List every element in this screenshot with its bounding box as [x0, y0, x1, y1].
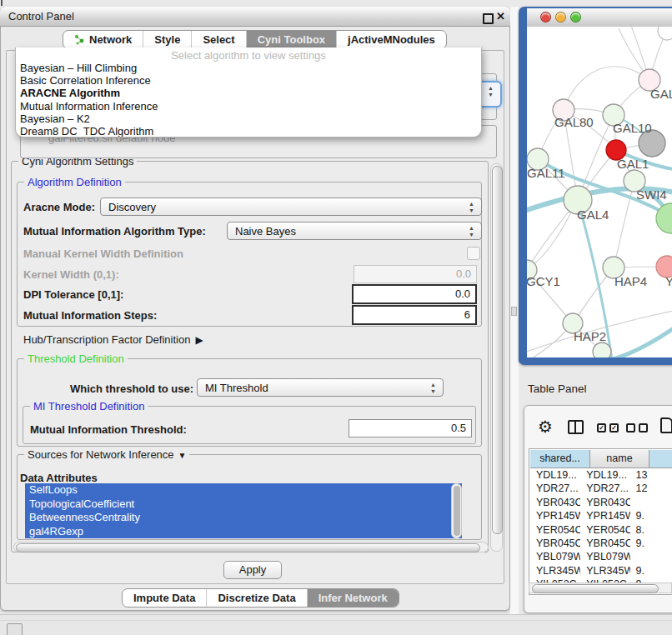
mi-type-label: Mutual Information Algorithm Type:: [23, 225, 206, 238]
network-edge[interactable]: [564, 67, 649, 110]
table-cell: 9.: [630, 509, 672, 522]
tab-discretize-data-label: Discretize Data: [218, 592, 295, 604]
scrollbar-thumb[interactable]: [492, 166, 503, 534]
checkbox-checked-icon: [609, 423, 619, 432]
tab-select[interactable]: Select: [191, 31, 245, 48]
algorithm-option[interactable]: Mutual Information Inference: [16, 100, 481, 112]
network-node[interactable]: [593, 342, 611, 358]
tab-style[interactable]: Style: [143, 31, 191, 48]
table-row[interactable]: YBL079WYBL079W: [530, 550, 672, 563]
tab-impute-data[interactable]: Impute Data: [123, 589, 206, 607]
algorithm-options: Bayesian – Hill ClimbingBasic Correlatio…: [16, 62, 481, 138]
mi-steps-label: Mutual Information Steps:: [23, 309, 157, 322]
list-vertical-scrollbar[interactable]: [451, 483, 462, 538]
table-row[interactable]: YPR145WYPR145W9.: [530, 509, 672, 522]
sources-title-label: Sources for Network Inference: [28, 448, 174, 461]
unchecked-pair-icon[interactable]: [626, 423, 648, 432]
kernel-width-label: Kernel Width (0,1):: [23, 268, 119, 281]
network-node-label: GAL80: [554, 115, 594, 129]
dpi-tolerance-field[interactable]: 0.0: [352, 284, 477, 304]
data-attribute-item[interactable]: TopologicalCoefficient: [25, 498, 462, 512]
algorithm-option[interactable]: Basic Correlation Inference: [16, 74, 481, 87]
collapse-down-icon: [174, 448, 187, 461]
float-icon[interactable]: [483, 13, 494, 24]
table-cell: 8.: [630, 523, 672, 537]
tab-cyni-toolbox[interactable]: Cyni Toolbox: [246, 31, 336, 48]
control-panel-title: Control Panel: [8, 10, 74, 22]
gear-icon[interactable]: [538, 417, 553, 437]
stepper-icon: [429, 382, 437, 395]
bottom-strip: [0, 614, 672, 635]
tab-jactivemnodules[interactable]: jActiveMNodules: [336, 31, 446, 48]
table-cell: YDR27...: [530, 482, 580, 495]
table-row[interactable]: YLR345WYLR345W9.: [530, 564, 672, 578]
table-row[interactable]: YBR043CYBR043C: [530, 496, 672, 509]
table-cell: [630, 496, 672, 509]
table-cell: YLR345W: [580, 564, 629, 578]
algorithm-option[interactable]: Dream8 DC_TDC Algorithm: [16, 125, 481, 138]
table-cell: YBR045C: [580, 537, 629, 550]
data-attribute-item[interactable]: SelfLoops: [25, 483, 462, 498]
network-node[interactable]: [658, 27, 672, 40]
mac-zoom-icon[interactable]: [570, 12, 581, 22]
aracne-mode-combobox[interactable]: Discovery: [100, 198, 482, 216]
threshold-definition-title: Threshold Definition: [24, 352, 128, 365]
column-header-name[interactable]: name: [590, 450, 649, 468]
mi-threshold-group-title: MI Threshold Definition: [30, 400, 148, 412]
mi-steps-field[interactable]: 6: [352, 305, 477, 325]
table-row[interactable]: YER054CYER054C8.: [530, 523, 672, 537]
mi-type-value: Naive Bayes: [235, 225, 296, 238]
tab-discretize-data[interactable]: Discretize Data: [206, 589, 306, 607]
table-cell: 9.: [630, 537, 672, 550]
scrollbar-thumb[interactable]: [532, 584, 659, 593]
data-attributes-list[interactable]: SelfLoopsTopologicalCoefficientBetweenne…: [25, 483, 462, 538]
kernel-width-field[interactable]: 0.0: [354, 265, 477, 283]
network-node-label: GAL: [650, 87, 672, 101]
network-node-label: SWI4: [636, 188, 667, 202]
tab-infer-network[interactable]: Infer Network: [307, 589, 399, 607]
mac-close-icon[interactable]: [540, 12, 551, 22]
settings-vertical-scrollbar[interactable]: [490, 163, 503, 552]
hub-definition-expander[interactable]: Hub/Transcription Factor Definition: [23, 333, 203, 346]
table-cell: YBL079W: [530, 550, 580, 563]
scrollbar-thumb[interactable]: [16, 543, 480, 552]
algorithm-option[interactable]: ARACNE Algorithm: [16, 87, 481, 99]
scrollbar-thumb[interactable]: [454, 486, 460, 536]
table-row[interactable]: YDR27...YDR27...12: [530, 482, 672, 495]
tab-network[interactable]: Network: [63, 31, 143, 48]
checked-pair-icon[interactable]: [597, 423, 619, 432]
tab-jactivemnodules-label: jActiveMNodules: [348, 33, 435, 46]
split-table-icon[interactable]: [568, 420, 584, 434]
table-row[interactable]: YBR045CYBR045C9.: [530, 537, 672, 550]
network-window-titlebar[interactable]: [527, 8, 672, 28]
network-canvas[interactable]: GALGAL80GAL10GAL1GAL11SWI4GAL4GCY1HAP4YH…: [527, 27, 672, 358]
sources-group-title[interactable]: Sources for Network Inference: [24, 448, 189, 461]
column-header-clipped[interactable]: A: [649, 450, 672, 468]
which-threshold-combobox[interactable]: MI Threshold: [197, 378, 444, 397]
network-icon: [74, 34, 85, 45]
network-edge[interactable]: [610, 320, 672, 358]
data-attribute-item[interactable]: gal4RGexp: [25, 525, 462, 539]
network-node[interactable]: [656, 203, 672, 233]
page-icon[interactable]: [660, 418, 672, 433]
column-header-shared-name[interactable]: shared...: [530, 450, 590, 468]
settings-horizontal-scrollbar[interactable]: [13, 542, 489, 552]
data-attribute-item[interactable]: BetweennessCentrality: [25, 511, 462, 525]
algorithm-option[interactable]: Bayesian – Hill Climbing: [16, 62, 481, 74]
mi-threshold-field[interactable]: 0.5: [349, 419, 472, 438]
split-pane-grip[interactable]: [511, 307, 517, 316]
mac-minimize-icon[interactable]: [555, 12, 566, 22]
table-cell: YPR145W: [530, 509, 580, 522]
table-rows: YDL19...YDL19...13YDR27...YDR27...12YBR0…: [530, 468, 672, 582]
network-node-label: HAP4: [614, 274, 647, 288]
apply-button[interactable]: Apply: [223, 561, 282, 579]
collapsed-panel-icon[interactable]: [7, 623, 23, 635]
table-row[interactable]: YDL19...YDL19...13: [530, 468, 672, 482]
stepper-icon: [487, 85, 494, 98]
close-icon[interactable]: [496, 10, 505, 22]
mi-type-combobox[interactable]: Naive Bayes: [227, 222, 482, 240]
data-attributes-label: Data Attributes: [20, 472, 98, 484]
algorithm-option[interactable]: Bayesian – K2: [16, 112, 481, 125]
table-horizontal-scrollbar[interactable]: [529, 582, 672, 593]
manual-kernel-checkbox[interactable]: [467, 247, 480, 260]
